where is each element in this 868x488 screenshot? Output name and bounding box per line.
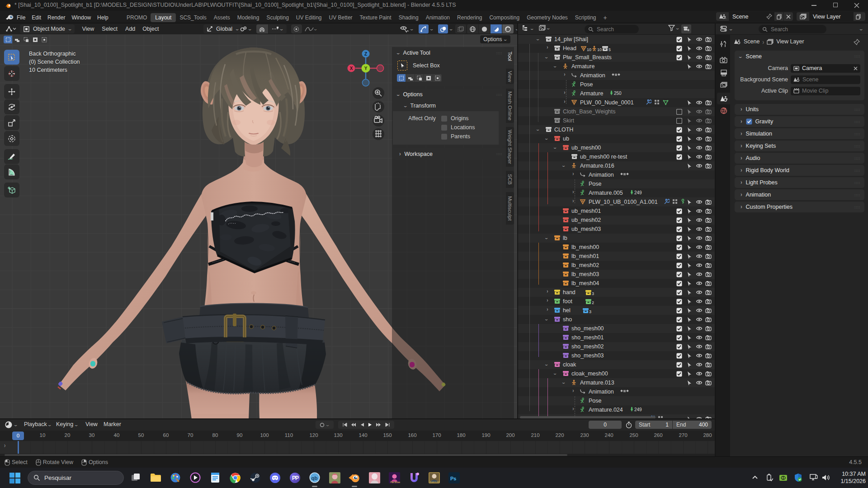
svg-text:P: P — [295, 475, 299, 481]
svg-text:X: X — [350, 66, 353, 71]
svg-text:Z: Z — [364, 52, 367, 56]
svg-text:Ps: Ps — [450, 475, 456, 481]
svg-text:Pae Browser: Pae Browser — [390, 481, 400, 483]
svg-text:qb: qb — [311, 475, 318, 481]
svg-text:Y: Y — [364, 66, 368, 71]
svg-text:BLACK DESERT: BLACK DESERT — [430, 481, 440, 483]
